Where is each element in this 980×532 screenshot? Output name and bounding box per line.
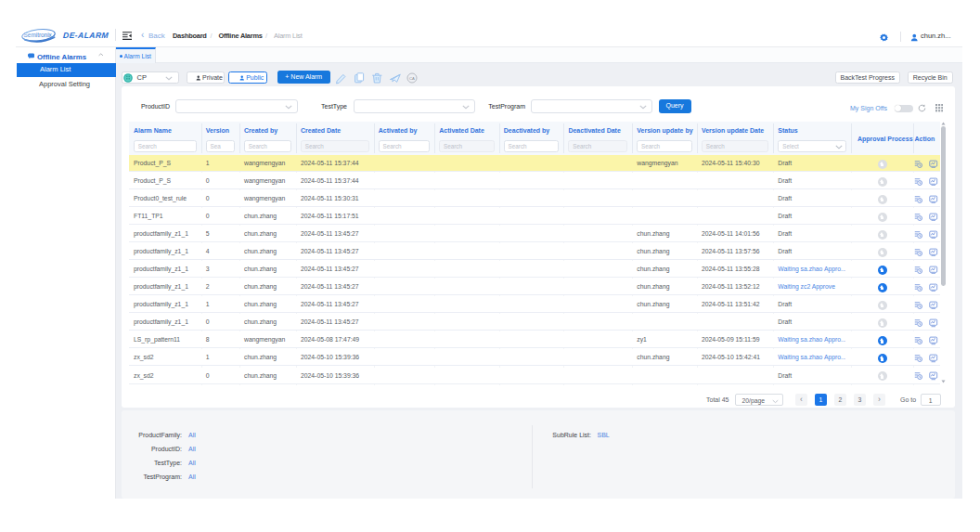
svg-text:Semitronix: Semitronix (24, 32, 53, 38)
svg-text:CA: CA (409, 75, 415, 80)
